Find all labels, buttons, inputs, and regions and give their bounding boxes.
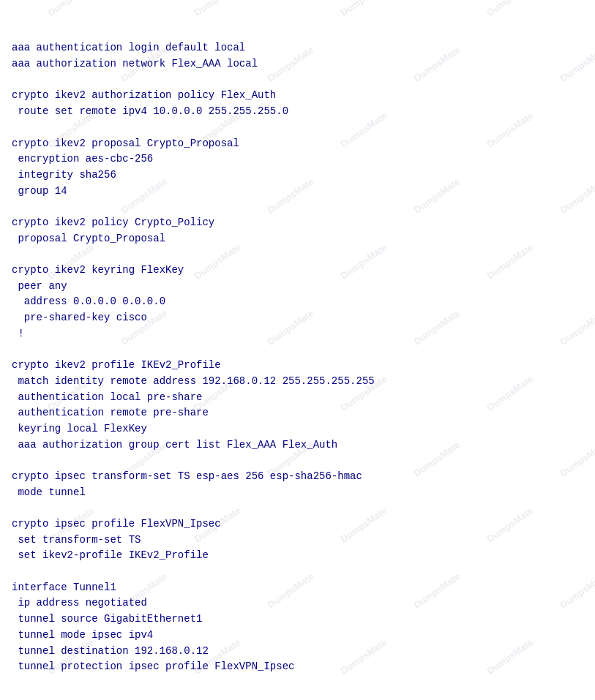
code-line: crypto ikev2 authorization policy Flex_A… [12, 88, 583, 104]
code-line: proposal Crypto_Proposal [12, 231, 583, 247]
code-line: crypto ipsec profile FlexVPN_Ipsec [12, 516, 583, 532]
code-block: aaa authentication login default localaa… [12, 9, 583, 675]
code-line: aaa authorization group cert list Flex_A… [12, 437, 583, 454]
code-line: encryption aes-cbc-256 [12, 151, 583, 168]
code-line [12, 120, 583, 136]
code-line [12, 564, 583, 580]
code-line: crypto ikev2 keyring FlexKey [12, 263, 583, 279]
code-line [12, 453, 583, 469]
code-line: set ikev2-profile IKEv2_Profile [12, 548, 583, 564]
code-line: mode tunnel [12, 485, 583, 501]
code-line: interface Tunnel1 [12, 580, 583, 596]
code-line: peer any [12, 279, 583, 295]
code-line: crypto ipsec transform-set TS esp-aes 25… [12, 469, 583, 485]
code-line: ip address negotiated [12, 595, 583, 611]
code-line: aaa authentication login default local [12, 40, 583, 56]
code-line: tunnel mode ipsec ipv4 [12, 628, 583, 644]
code-container: DumpsMate DumpsMate DumpsMate DumpsMate … [0, 0, 595, 700]
code-line: integrity sha256 [12, 168, 583, 184]
code-line: tunnel destination 192.168.0.12 [12, 644, 583, 660]
code-line [12, 500, 583, 516]
code-line: route set remote ipv4 10.0.0.0 255.255.2… [12, 104, 583, 120]
code-line: tunnel source GigabitEthernet1 [12, 611, 583, 628]
code-line: match identity remote address 192.168.0.… [12, 374, 583, 390]
code-line: address 0.0.0.0 0.0.0.0 [12, 294, 583, 310]
code-line: set transform-set TS [12, 532, 583, 549]
code-line: group 14 [12, 184, 583, 200]
code-line: authentication local pre-share [12, 390, 583, 406]
code-line [12, 199, 583, 215]
code-line [12, 342, 583, 358]
code-line: keyring local FlexKey [12, 421, 583, 437]
code-line: ! [12, 326, 583, 342]
code-line: crypto ikev2 proposal Crypto_Proposal [12, 136, 583, 152]
code-line: crypto ikev2 profile IKEv2_Profile [12, 358, 583, 374]
code-line: crypto ikev2 policy Crypto_Policy [12, 215, 583, 231]
code-line: tunnel protection ipsec profile FlexVPN_… [12, 659, 583, 675]
code-line: authentication remote pre-share [12, 405, 583, 421]
code-line [12, 72, 583, 89]
code-line: pre-shared-key cisco [12, 310, 583, 326]
code-line: aaa authorization network Flex_AAA local [12, 56, 583, 72]
code-line [12, 246, 583, 263]
